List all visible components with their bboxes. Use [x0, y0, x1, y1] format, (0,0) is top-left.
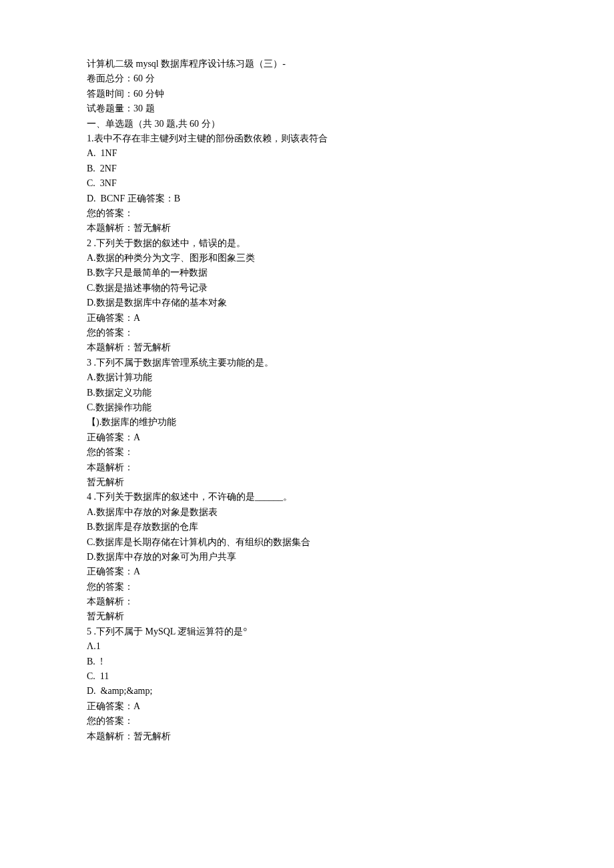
q2-stem: 2 .下列关于数据的叙述中，错误的是。	[87, 236, 527, 251]
q3-your-answer: 您的答案：	[87, 445, 527, 460]
answer-time: 答题时间：60 分钟	[87, 87, 527, 101]
q4-option-c: C.数据库是长期存储在计算机内的、有组织的数据集合	[87, 535, 527, 550]
q3-option-a: A.数据计算功能	[87, 370, 527, 385]
q3-correct-answer: 正确答案：A	[87, 430, 527, 445]
q4-correct-answer: 正确答案：A	[87, 564, 527, 579]
section-heading: 一、单选题（共 30 题,共 60 分）	[87, 117, 527, 131]
q5-option-a: Λ.1	[87, 639, 527, 654]
q3-option-d: 【).数据库的维护功能	[87, 415, 527, 430]
q3-analysis-text: 暂无解析	[87, 475, 527, 490]
q1-stem: 1.表中不存在非主键列对主键的部份函数依赖，则该表符合	[87, 131, 527, 146]
q2-option-b: B.数字只是最简单的一种数据	[87, 266, 527, 280]
q5-option-c: C. 11	[87, 669, 527, 684]
document-title: 计算机二级 mysql 数据库程序设计练习题（三）-	[87, 57, 527, 71]
q2-option-c: C.数据是描述事物的符号记录	[87, 281, 527, 296]
question-count: 试卷题量：30 题	[87, 101, 527, 116]
q5-your-answer: 您的答案：	[87, 714, 527, 729]
q5-analysis: 本题解析：暂无解析	[87, 729, 527, 744]
q1-analysis: 本题解析：暂无解析	[87, 221, 527, 236]
q3-analysis-label: 本题解析：	[87, 460, 527, 475]
q1-option-d: D. BCNF 正确答案：B	[87, 191, 527, 206]
q1-option-c: C. 3NF	[87, 176, 527, 191]
q4-stem: 4 .下列关于数据库的叙述中，不许确的是______。	[87, 490, 527, 504]
q5-option-b: B. !	[87, 655, 527, 669]
q5-option-d: D. &amp;&amp;	[87, 684, 527, 699]
q3-stem: 3 .下列不属于数据库管理系统主要功能的是。	[87, 356, 527, 370]
q2-analysis: 本题解析：暂无解析	[87, 340, 527, 355]
q4-option-a: A.数据库中存放的对象是数据表	[87, 505, 527, 520]
q3-option-c: C.数据操作功能	[87, 400, 527, 415]
q2-option-d: D.数据是数据库中存储的基本对象	[87, 296, 527, 310]
total-score: 卷面总分：60 分	[87, 71, 527, 86]
q1-option-b: B. 2NF	[87, 161, 527, 176]
q4-option-d: D.数据库中存放的对象可为用户共享	[87, 550, 527, 564]
q2-correct-answer: 正确答案：A	[87, 311, 527, 326]
q5-correct-answer: 正确答案：A	[87, 699, 527, 714]
q1-your-answer: 您的答案：	[87, 206, 527, 221]
q4-analysis-label: 本题解析：	[87, 594, 527, 609]
q2-your-answer: 您的答案：	[87, 326, 527, 340]
q1-option-a: A. 1NF	[87, 146, 527, 161]
q4-your-answer: 您的答案：	[87, 580, 527, 594]
q2-option-a: A.数据的种类分为文字、图形和图象三类	[87, 251, 527, 266]
q3-option-b: B.数据定义功能	[87, 386, 527, 400]
q4-analysis-text: 暂无解析	[87, 609, 527, 624]
q4-option-b: B.数据库是存放数据的仓库	[87, 520, 527, 534]
q5-stem: 5 .下列不属于 MySQL 逻辑运算符的是°	[87, 624, 527, 639]
